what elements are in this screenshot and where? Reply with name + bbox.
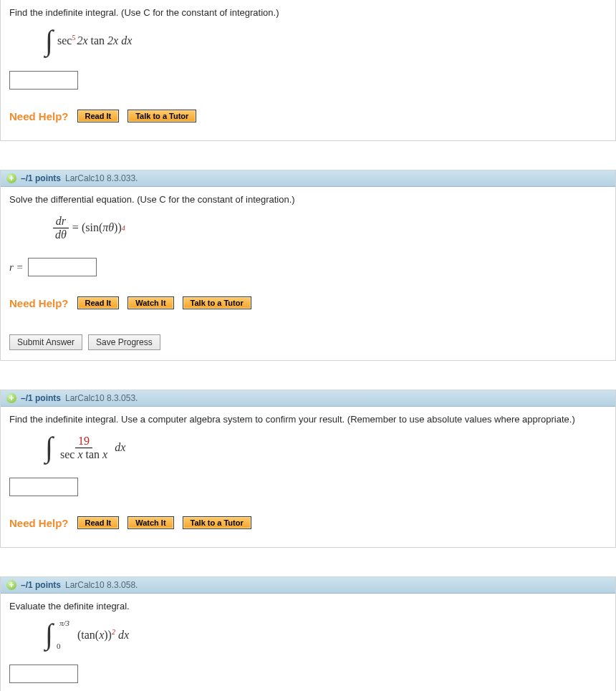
watch-it-button[interactable]: Watch It — [127, 296, 173, 309]
read-it-button[interactable]: Read It — [77, 296, 120, 309]
question-header: + –/1 points LarCalc10 8.3.053. — [1, 390, 615, 407]
talk-tutor-button[interactable]: Talk to a Tutor — [183, 296, 251, 309]
watch-it-button[interactable]: Watch It — [127, 516, 173, 529]
expand-icon[interactable]: + — [6, 580, 16, 590]
question-3: + –/1 points LarCalc10 8.3.053. Find the… — [0, 390, 616, 548]
need-help-label: Need Help? — [9, 110, 69, 122]
rhs-exp: 4 — [122, 224, 125, 232]
question-header: + –/1 points LarCalc10 8.3.033. — [1, 170, 615, 187]
save-progress-button[interactable]: Save Progress — [88, 334, 160, 350]
math-expression: dr dθ = (sin(πθ))4 — [52, 215, 607, 241]
integral-icon: ∫ — [45, 28, 53, 54]
lower-limit: 0 — [57, 642, 61, 650]
reference-label: LarCalc10 8.3.053. — [65, 393, 138, 403]
answer-input[interactable] — [9, 71, 78, 90]
question-4: + –/1 points LarCalc10 8.3.058. Evaluate… — [0, 576, 616, 691]
prompt-text: Find the indefinite integral. Use a comp… — [9, 414, 607, 425]
dx: dx — [118, 629, 129, 641]
question-2: + –/1 points LarCalc10 8.3.033. Solve th… — [0, 170, 616, 361]
math-expression: ∫ π/3 0 (tan(x))2 dx — [45, 622, 607, 647]
read-it-button[interactable]: Read It — [77, 516, 120, 529]
need-help-label: Need Help? — [9, 517, 69, 529]
reference-label: LarCalc10 8.3.033. — [65, 173, 138, 183]
frac-den: sec x tan x — [57, 448, 110, 461]
talk-tutor-button[interactable]: Talk to a Tutor — [183, 516, 251, 529]
expand-icon[interactable]: + — [6, 393, 16, 403]
prompt-text: Find the indefinite integral. (Use C for… — [9, 7, 607, 18]
question-header: + –/1 points LarCalc10 8.3.058. — [1, 577, 615, 594]
frac-den: dθ — [52, 228, 69, 241]
integral-icon: ∫ — [45, 435, 53, 460]
question-1: Find the indefinite integral. (Use C for… — [0, 0, 616, 141]
read-it-button[interactable]: Read It — [77, 110, 120, 122]
math-expression: ∫ sec5 2x tan 2x dx — [45, 28, 607, 54]
math-expression: ∫ 19 sec x tan x dx — [45, 435, 607, 460]
prompt-text: Solve the differential equation. (Use C … — [9, 194, 607, 205]
upper-limit: π/3 — [59, 619, 69, 627]
answer-input[interactable] — [9, 665, 78, 683]
prompt-text: Evaluate the definite integral. — [9, 601, 607, 612]
reference-label: LarCalc10 8.3.058. — [65, 580, 138, 590]
answer-label: r = — [9, 261, 24, 274]
answer-input[interactable] — [28, 258, 97, 276]
points-label: –/1 points — [21, 393, 61, 403]
expr-pre: sec — [57, 35, 72, 47]
talk-tutor-button[interactable]: Talk to a Tutor — [127, 110, 196, 122]
answer-input[interactable] — [9, 478, 78, 496]
submit-answer-button[interactable]: Submit Answer — [9, 334, 82, 350]
points-label: –/1 points — [21, 173, 61, 183]
frac-num: 19 — [75, 435, 92, 448]
points-label: –/1 points — [21, 580, 61, 590]
integrand-exp: 2 — [112, 628, 115, 636]
expr-exp: 5 — [72, 34, 75, 42]
expand-icon[interactable]: + — [6, 173, 16, 183]
dx: dx — [115, 441, 125, 454]
frac-num: dr — [53, 215, 69, 228]
need-help-label: Need Help? — [9, 297, 69, 309]
integral-icon: ∫ — [45, 618, 53, 650]
